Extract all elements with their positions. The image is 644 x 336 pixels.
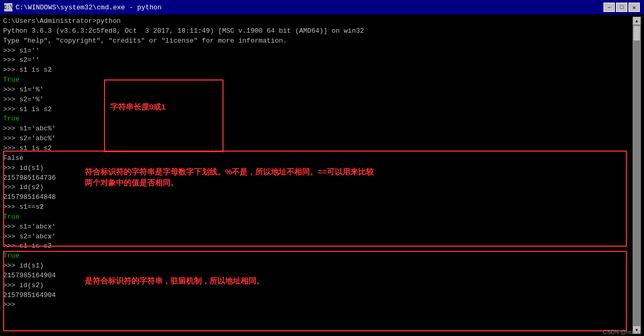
terminal-line: Python 3.6.3 (v3.6.3:2c5fed8, Oct 3 2017…	[3, 26, 633, 36]
terminal-line: C:\Users\Administrator>python	[3, 17, 633, 26]
terminal-line: True	[3, 75, 633, 85]
terminal-line: >>> s1='abc%'	[3, 124, 633, 134]
title-bar: C:\ C:\WINDOWS\system32\cmd.exe - python…	[0, 0, 644, 15]
cmd-icon: C:\	[4, 3, 12, 11]
terminal-line: >>> s1 is s2	[3, 241, 633, 251]
terminal-line: >>> s1=''	[3, 46, 633, 56]
terminal-line: 2157985164904	[3, 291, 633, 301]
terminal-line: >>> s1='abcx'	[3, 222, 633, 232]
minimize-button[interactable]: –	[603, 3, 615, 12]
window-controls: – □ ✕	[603, 3, 640, 12]
terminal-line: >>> id(s2)	[3, 281, 633, 291]
terminal-line: Type "help", "copyright", "credits" or "…	[3, 36, 633, 46]
terminal-line: 2157985164736	[3, 173, 633, 183]
terminal-line: >>> s1==s2	[3, 203, 633, 212]
terminal-line: >>> s1 is s2	[3, 65, 633, 75]
terminal-line: False	[3, 154, 633, 164]
terminal-line: >>>	[3, 300, 633, 310]
terminal-line: >>> s1 is s2	[3, 144, 633, 154]
maximize-button[interactable]: □	[616, 3, 627, 12]
terminal-line: >>> s1='%'	[3, 85, 633, 95]
close-button[interactable]: ✕	[628, 3, 640, 12]
terminal-line: 2157985164904	[3, 271, 633, 281]
terminal-output[interactable]: C:\Users\Administrator>pythonPython 3.6.…	[3, 17, 633, 334]
terminal-line: >>> s2='abc%'	[3, 134, 633, 144]
terminal-line: True	[3, 212, 633, 222]
scrollbar[interactable]: ▲ ▼	[633, 17, 641, 334]
scrollbar-thumb[interactable]	[633, 25, 640, 41]
status-bar: CSDN @reand	[599, 328, 644, 336]
terminal-line: >>> id(s1)	[3, 164, 633, 173]
status-text: CSDN @reand	[602, 329, 641, 335]
window-title: C:\WINDOWS\system32\cmd.exe - python	[16, 4, 162, 11]
terminal-line: >>> s2=''	[3, 56, 633, 65]
scrollbar-track[interactable]	[633, 25, 641, 326]
terminal-line: >>> s1 is s2	[3, 105, 633, 115]
terminal-line: >>> s2='abcx'	[3, 232, 633, 242]
terminal-line: >>> id(s1)	[3, 261, 633, 271]
terminal-line: True	[3, 251, 633, 261]
terminal-line: >>> s2='%'	[3, 95, 633, 105]
title-bar-left: C:\ C:\WINDOWS\system32\cmd.exe - python	[4, 3, 162, 11]
scroll-up-arrow[interactable]: ▲	[633, 17, 641, 25]
terminal-line: >>> id(s2)	[3, 183, 633, 193]
terminal-window: C:\Users\Administrator>pythonPython 3.6.…	[0, 15, 644, 336]
terminal-line: True	[3, 114, 633, 124]
terminal-line: 2157985164848	[3, 193, 633, 203]
